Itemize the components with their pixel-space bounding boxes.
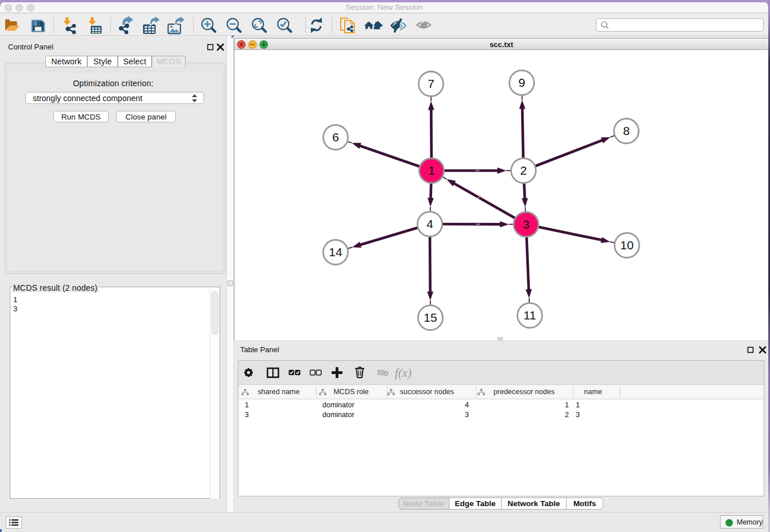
svg-text:7: 7	[428, 77, 434, 90]
svg-text:4: 4	[426, 217, 433, 230]
svg-text:2: 2	[520, 164, 527, 177]
svg-text:f(x): f(x)	[395, 366, 411, 380]
svg-text:11: 11	[523, 309, 536, 322]
svg-text:15: 15	[424, 311, 437, 324]
svg-text:3: 3	[523, 218, 530, 231]
svg-text:10: 10	[620, 238, 633, 252]
svg-text:6: 6	[332, 130, 339, 144]
svg-text:1: 1	[428, 164, 435, 177]
svg-text:14: 14	[329, 245, 342, 259]
svg-text:8: 8	[623, 124, 630, 137]
svg-text:9: 9	[518, 76, 525, 89]
